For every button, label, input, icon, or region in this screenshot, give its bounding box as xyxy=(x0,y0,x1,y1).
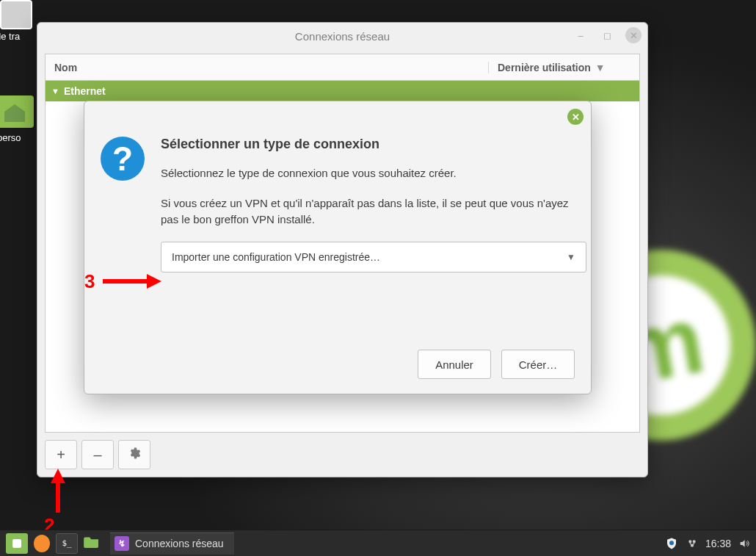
network-settings-icon: ↯ xyxy=(115,536,129,551)
folder-icon xyxy=(84,535,100,552)
annotation-number-3: 3 xyxy=(84,270,95,293)
add-connection-button[interactable]: + xyxy=(45,440,77,469)
minus-icon: – xyxy=(93,447,101,463)
close-icon: ✕ xyxy=(572,112,580,123)
desktop-drive-icon[interactable] xyxy=(0,0,32,29)
svg-rect-9 xyxy=(693,541,695,543)
window-title: Connexions réseau xyxy=(295,30,390,43)
svg-marker-1 xyxy=(147,274,161,289)
terminal-icon: $_ xyxy=(62,538,71,548)
annotation-arrow-2 xyxy=(47,469,69,515)
create-button[interactable]: Créer… xyxy=(501,350,575,379)
group-row-ethernet[interactable]: ▼ Ethernet xyxy=(46,81,639,101)
desktop-home-folder-icon[interactable] xyxy=(0,95,34,128)
tray-volume-icon[interactable] xyxy=(738,538,750,549)
desktop-home-folder-label: perso xyxy=(0,132,21,143)
dialog-text-line1: Sélectionnez le type de connexion que vo… xyxy=(161,165,586,182)
plus-icon: + xyxy=(57,447,65,463)
remove-connection-button[interactable]: – xyxy=(81,440,114,469)
connection-type-dialog: ✕ ? Sélectionner un type de connexion Sé… xyxy=(84,101,592,394)
svg-rect-10 xyxy=(691,544,694,546)
taskbar-active-task-label: Connexions réseau xyxy=(135,538,224,549)
window-close-button[interactable]: ✕ xyxy=(625,27,641,43)
annotation-arrow-3 xyxy=(103,270,161,295)
svg-marker-3 xyxy=(51,469,65,483)
firefox-launcher[interactable] xyxy=(31,533,53,554)
connections-list-header: Nom Dernière utilisation ▼ xyxy=(46,54,639,81)
connection-settings-button[interactable] xyxy=(118,440,150,469)
group-label: Ethernet xyxy=(64,85,106,97)
connection-type-combobox[interactable]: Importer une configuration VPN enregistr… xyxy=(161,242,586,272)
dialog-title: Sélectionner un type de connexion xyxy=(161,137,586,152)
sort-caret-icon: ▼ xyxy=(595,62,606,73)
svg-rect-8 xyxy=(689,541,691,543)
tray-network-icon[interactable] xyxy=(686,538,698,549)
desktop-drive-label: de tra xyxy=(0,31,20,42)
taskbar-active-task[interactable]: ↯ Connexions réseau xyxy=(110,532,234,555)
window-footer-toolbar: + – xyxy=(37,433,647,477)
svg-point-7 xyxy=(669,541,674,545)
tray-update-shield-icon[interactable] xyxy=(664,536,679,551)
window-titlebar[interactable]: Connexions réseau – ◻ ✕ xyxy=(37,23,647,49)
column-header-name[interactable]: Nom xyxy=(46,62,489,73)
files-launcher[interactable] xyxy=(81,533,103,554)
gear-icon xyxy=(128,447,141,463)
terminal-launcher[interactable]: $_ xyxy=(56,533,78,554)
group-expand-caret-icon: ▼ xyxy=(51,87,59,95)
start-menu-button[interactable] xyxy=(6,533,28,554)
dialog-close-button[interactable]: ✕ xyxy=(567,109,584,125)
tray-clock[interactable]: 16:38 xyxy=(705,538,731,549)
column-header-last-used[interactable]: Dernière utilisation ▼ xyxy=(489,62,639,73)
firefox-icon xyxy=(34,535,50,552)
svg-rect-6 xyxy=(12,539,21,548)
window-minimize-button[interactable]: – xyxy=(573,27,589,43)
cancel-button[interactable]: Annuler xyxy=(418,350,491,379)
dialog-text-line2: Si vous créez un VPN et qu'il n'apparaît… xyxy=(161,195,586,228)
connection-type-combobox-value: Importer une configuration VPN enregistr… xyxy=(172,251,380,263)
chevron-down-icon: ▼ xyxy=(567,252,575,262)
taskbar: $_ ↯ Connexions réseau 16:38 xyxy=(0,530,756,556)
question-icon: ? xyxy=(101,137,145,181)
window-maximize-button[interactable]: ◻ xyxy=(599,27,615,43)
